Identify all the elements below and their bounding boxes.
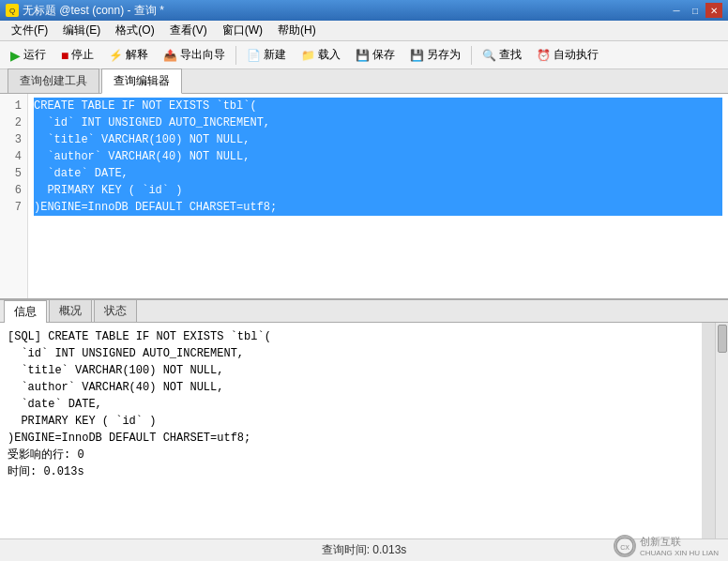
title-bar: Q 无标题 @test (conn) - 查询 * ─ □ ✕	[0, 0, 728, 21]
title-bar-left: Q 无标题 @test (conn) - 查询 *	[6, 3, 164, 19]
stop-icon: ■	[61, 48, 68, 63]
watermark-cn: 创新互联	[640, 535, 719, 549]
find-icon: 🔍	[482, 49, 496, 62]
editor-area: 1 2 3 4 5 6 7 CREATE TABLE IF NOT EXISTS…	[0, 94, 728, 300]
menu-edit[interactable]: 编辑(E)	[55, 21, 108, 40]
code-line-2: `id` INT UNSIGNED AUTO_INCREMENT,	[34, 114, 722, 131]
code-line-4: `author` VARCHAR(40) NOT NULL,	[34, 148, 722, 165]
log-line-6: PRIMARY KEY ( `id` )	[8, 413, 694, 430]
minimize-button[interactable]: ─	[668, 3, 685, 18]
log-line-3: `title` VARCHAR(100) NOT NULL,	[8, 362, 694, 379]
log-line-2: `id` INT UNSIGNED AUTO_INCREMENT,	[8, 345, 694, 362]
tab-query-editor[interactable]: 查询编辑器	[101, 68, 182, 94]
window-controls[interactable]: ─ □ ✕	[668, 3, 722, 18]
menu-window[interactable]: 窗口(W)	[215, 21, 270, 40]
code-line-3: `title` VARCHAR(100) NOT NULL,	[34, 131, 722, 148]
log-affected-rows: 受影响的行: 0	[8, 447, 694, 463]
watermark-logo: CX	[614, 535, 636, 557]
run-button[interactable]: ▶ 运行	[4, 44, 53, 67]
scrollbar[interactable]	[715, 323, 728, 538]
tab-profile[interactable]: 概况	[49, 299, 92, 322]
auto-run-icon: ⏰	[537, 49, 551, 62]
run-icon: ▶	[10, 48, 21, 63]
tab-status[interactable]: 状态	[94, 299, 137, 322]
log-time: 时间: 0.013s	[8, 463, 694, 480]
stop-button[interactable]: ■ 停止	[54, 44, 100, 67]
export-icon: 📤	[163, 49, 177, 62]
menu-file[interactable]: 文件(F)	[4, 21, 55, 40]
menu-format[interactable]: 格式(O)	[108, 21, 161, 40]
explain-icon: ⚡	[109, 49, 123, 62]
explain-button[interactable]: ⚡ 解释	[102, 44, 155, 67]
code-line-7: )ENGINE=InnoDB DEFAULT CHARSET=utf8;	[34, 199, 722, 216]
save-icon: 💾	[356, 49, 370, 62]
tab-info[interactable]: 信息	[4, 300, 47, 323]
watermark-en: CHUANG XIN HU LIAN	[640, 549, 719, 557]
log-line-5: `date` DATE,	[8, 396, 694, 413]
line-numbers: 1 2 3 4 5 6 7	[0, 94, 28, 298]
menu-view[interactable]: 查看(V)	[162, 21, 215, 40]
code-line-6: PRIMARY KEY ( `id` )	[34, 182, 722, 199]
new-button[interactable]: 📄 新建	[240, 44, 293, 67]
query-time-label: 查询时间: 0.013s	[322, 542, 407, 558]
tab-query-builder[interactable]: 查询创建工具	[8, 68, 99, 93]
log-line-1: [SQL] CREATE TABLE IF NOT EXISTS `tbl`(	[8, 328, 694, 345]
scrollbar-thumb[interactable]	[718, 325, 727, 353]
separator-1	[235, 46, 236, 65]
log-area: [SQL] CREATE TABLE IF NOT EXISTS `tbl`( …	[0, 323, 715, 538]
svg-text:CX: CX	[620, 544, 629, 551]
watermark-text: 创新互联 CHUANG XIN HU LIAN	[640, 535, 719, 557]
toolbar: ▶ 运行 ■ 停止 ⚡ 解释 📤 导出向导 📄 新建 📁 载入 💾 保存	[0, 41, 728, 69]
app-icon: Q	[6, 4, 19, 17]
code-line-1: CREATE TABLE IF NOT EXISTS `tbl`(	[34, 98, 722, 114]
find-button[interactable]: 🔍 查找	[476, 44, 528, 67]
menu-bar: 文件(F) 编辑(E) 格式(O) 查看(V) 窗口(W) 帮助(H)	[0, 21, 728, 41]
top-tabs: 查询创建工具 查询编辑器	[0, 69, 728, 94]
log-line-4: `author` VARCHAR(40) NOT NULL,	[8, 379, 694, 396]
new-icon: 📄	[247, 49, 261, 62]
code-editor[interactable]: CREATE TABLE IF NOT EXISTS `tbl`( `id` I…	[28, 94, 728, 298]
status-bar: 查询时间: 0.013s CX 创新互联 CHUANG XIN HU LIAN	[0, 538, 728, 561]
close-button[interactable]: ✕	[705, 3, 722, 18]
window-title: 无标题 @test (conn) - 查询 *	[23, 3, 164, 19]
load-icon: 📁	[301, 49, 315, 62]
load-button[interactable]: 📁 载入	[295, 44, 347, 67]
separator-2	[471, 46, 472, 65]
maximize-button[interactable]: □	[687, 3, 704, 18]
save-as-icon: 💾	[410, 49, 424, 62]
save-as-button[interactable]: 💾 另存为	[403, 44, 467, 67]
code-line-5: `date` DATE,	[34, 165, 722, 182]
bottom-tabs: 信息 概况 状态	[0, 300, 728, 323]
bottom-panel: 信息 概况 状态 [SQL] CREATE TABLE IF NOT EXIST…	[0, 300, 728, 538]
auto-run-button[interactable]: ⏰ 自动执行	[530, 44, 605, 67]
save-button[interactable]: 💾 保存	[349, 44, 402, 67]
log-line-7: )ENGINE=InnoDB DEFAULT CHARSET=utf8;	[8, 430, 694, 447]
menu-help[interactable]: 帮助(H)	[270, 21, 324, 40]
watermark-area: CX 创新互联 CHUANG XIN HU LIAN	[614, 535, 719, 557]
export-wizard-button[interactable]: 📤 导出向导	[157, 44, 232, 67]
